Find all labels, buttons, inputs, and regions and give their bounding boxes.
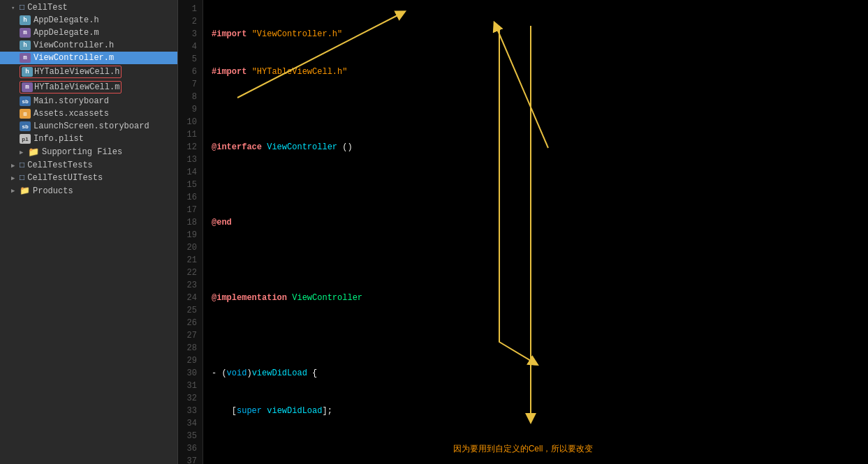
group-icon: □: [20, 160, 24, 170]
m-icon: m: [20, 28, 31, 38]
expand-icon: ▶: [11, 162, 18, 170]
m-icon: m: [20, 53, 31, 63]
code-line-7: [212, 254, 860, 267]
h-icon: h: [20, 15, 31, 25]
sidebar-label: LaunchScreen.storyboard: [34, 121, 149, 131]
code-line-3: [212, 103, 860, 116]
sidebar-item-launchscreen[interactable]: sb LaunchScreen.storyboard: [0, 120, 177, 133]
sidebar-label: HYTableViewCell.m: [34, 82, 119, 92]
code-line-4: @interface ViewController (): [212, 141, 860, 154]
expand-icon: ▶: [20, 149, 27, 156]
sidebar-item-celltest-root[interactable]: ▾ □ CellTest: [0, 1, 177, 14]
code-line-9: [212, 329, 860, 342]
code-line-12: 因为要用到自定义的Cell，所以要改变: [212, 442, 860, 456]
sidebar-item-viewcontroller-h[interactable]: h ViewController.h: [0, 39, 177, 52]
sidebar-label: Info.plist: [34, 134, 84, 144]
sidebar-label: HYTableViewCell.h: [34, 67, 119, 77]
sidebar-label: ViewController.m: [34, 53, 114, 63]
code-line-10: - (void)viewDidLoad {: [212, 367, 860, 380]
storyboard-icon: sb: [20, 96, 31, 106]
code-line-2: #import "HYTableViewCell.h": [212, 66, 860, 78]
code-line-11: [super viewDidLoad];: [212, 405, 860, 417]
sidebar-label: Assets.xcassets: [34, 109, 109, 119]
bordered-file-h: h HYTableViewCell.h: [20, 66, 122, 78]
storyboard-icon: sb: [20, 121, 31, 131]
group-icon: □: [20, 173, 24, 183]
sidebar-label: CellTestUITests: [27, 173, 103, 183]
sidebar-item-supporting-files[interactable]: ▶ 📁 Supporting Files: [0, 145, 177, 159]
sidebar-label: Products: [33, 186, 73, 196]
sidebar-item-appdelegate-h[interactable]: h AppDelegate.h: [0, 14, 177, 27]
sidebar-item-celltesttests[interactable]: ▶ □ CellTestTests: [0, 159, 177, 172]
sidebar-item-products[interactable]: ▶ 📁 Products: [0, 184, 177, 197]
code-line-5: [212, 179, 860, 191]
line-numbers: 12345 678910 1112131415 1617181920 21222…: [178, 0, 203, 464]
expand-icon: ▶: [11, 187, 18, 195]
sidebar-item-assets[interactable]: ⊞ Assets.xcassets: [0, 107, 177, 120]
sidebar-item-info-plist[interactable]: pl Info.plist: [0, 133, 177, 145]
sidebar-item-main-storyboard[interactable]: sb Main.storyboard: [0, 95, 177, 107]
sidebar-item-celltestuitests[interactable]: ▶ □ CellTestUITests: [0, 172, 177, 184]
h-icon: h: [20, 40, 31, 50]
sidebar-label: CellTestTests: [27, 160, 93, 170]
h-icon: h: [22, 67, 33, 77]
sidebar-item-hytableviewcell-h[interactable]: h HYTableViewCell.h: [0, 64, 177, 80]
folder-icon: 📁: [20, 186, 30, 196]
expand-icon: ▶: [11, 174, 18, 182]
m-icon: m: [22, 82, 33, 92]
code-editor[interactable]: 12345 678910 1112131415 1617181920 21222…: [178, 0, 868, 464]
sidebar-item-appdelegate-m[interactable]: m AppDelegate.m: [0, 27, 177, 39]
code-line-8: @implementation ViewController: [212, 292, 860, 304]
expand-icon: ▾: [11, 4, 18, 12]
code-line-1: #import "ViewController.h": [212, 28, 860, 40]
sidebar-label: CellTest: [27, 3, 68, 13]
sidebar-label: ViewController.h: [34, 40, 114, 50]
group-icon: □: [20, 3, 24, 13]
bordered-file-m: m HYTableViewCell.m: [20, 81, 122, 93]
code-line-6: @end: [212, 216, 860, 229]
sidebar-label: Supporting Files: [42, 147, 122, 157]
folder-icon: 📁: [28, 147, 39, 158]
plist-icon: pl: [20, 134, 31, 144]
code-content[interactable]: #import "ViewController.h" #import "HYTa…: [203, 0, 868, 464]
sidebar-label: AppDelegate.m: [34, 28, 99, 38]
sidebar-item-viewcontroller-m[interactable]: m ViewController.m: [0, 52, 177, 64]
sidebar-item-hytableviewcell-m[interactable]: m HYTableViewCell.m: [0, 80, 177, 95]
sidebar-label: Main.storyboard: [34, 96, 109, 106]
xcassets-icon: ⊞: [20, 109, 31, 119]
sidebar: ▾ □ CellTest h AppDelegate.h m AppDelega…: [0, 0, 178, 464]
sidebar-label: AppDelegate.h: [34, 15, 99, 25]
